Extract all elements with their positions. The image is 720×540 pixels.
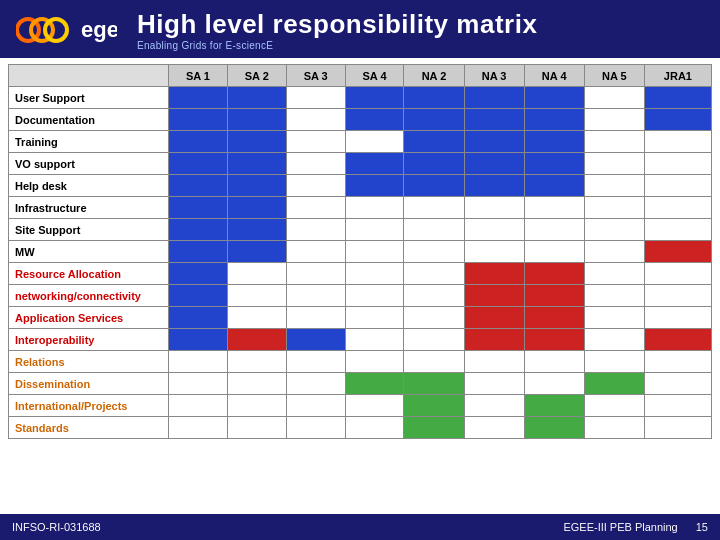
- matrix-cell: [584, 307, 644, 329]
- matrix-cell: [345, 109, 404, 131]
- matrix-cell: [169, 285, 228, 307]
- row-label: Relations: [9, 351, 169, 373]
- table-row: VO support: [9, 153, 712, 175]
- matrix-cell: [345, 285, 404, 307]
- matrix-cell: [169, 329, 228, 351]
- matrix-cell: [227, 263, 286, 285]
- row-label: Dissemination: [9, 373, 169, 395]
- table-header-row: SA 1 SA 2 SA 3 SA 4 NA 2 NA 3 NA 4 NA 5 …: [9, 65, 712, 87]
- footer-page-num: 15: [696, 521, 708, 533]
- matrix-cell: [345, 131, 404, 153]
- matrix-cell: [404, 329, 464, 351]
- matrix-cell: [286, 285, 345, 307]
- title-block: High level responsibility matrix Enablin…: [117, 9, 704, 51]
- matrix-cell: [169, 373, 228, 395]
- matrix-cell: [464, 197, 524, 219]
- footer-left: INFSO-RI-031688: [12, 521, 101, 533]
- matrix-cell: [644, 175, 711, 197]
- header-jra1: JRA1: [644, 65, 711, 87]
- matrix-cell: [464, 351, 524, 373]
- header-label-col: [9, 65, 169, 87]
- matrix-cell: [524, 329, 584, 351]
- row-label: Infrastructure: [9, 197, 169, 219]
- matrix-cell: [524, 131, 584, 153]
- matrix-cell: [227, 219, 286, 241]
- svg-text:egee: egee: [81, 17, 117, 42]
- matrix-cell: [227, 241, 286, 263]
- matrix-cell: [584, 219, 644, 241]
- responsibility-matrix: SA 1 SA 2 SA 3 SA 4 NA 2 NA 3 NA 4 NA 5 …: [8, 64, 712, 439]
- row-label: Help desk: [9, 175, 169, 197]
- header-na2: NA 2: [404, 65, 464, 87]
- matrix-cell: [644, 417, 711, 439]
- matrix-cell: [286, 219, 345, 241]
- matrix-cell: [404, 219, 464, 241]
- row-label: Standards: [9, 417, 169, 439]
- matrix-cell: [169, 109, 228, 131]
- matrix-cell: [169, 417, 228, 439]
- table-row: Infrastructure: [9, 197, 712, 219]
- matrix-cell: [404, 417, 464, 439]
- matrix-cell: [404, 395, 464, 417]
- matrix-cell: [524, 153, 584, 175]
- matrix-cell: [644, 329, 711, 351]
- matrix-cell: [584, 87, 644, 109]
- matrix-cell: [227, 175, 286, 197]
- matrix-cell: [464, 87, 524, 109]
- matrix-cell: [169, 131, 228, 153]
- matrix-cell: [345, 175, 404, 197]
- row-label: Site Support: [9, 219, 169, 241]
- matrix-cell: [404, 109, 464, 131]
- matrix-cell: [345, 307, 404, 329]
- matrix-cell: [644, 263, 711, 285]
- matrix-cell: [345, 395, 404, 417]
- matrix-cell: [524, 109, 584, 131]
- table-row: Interoperability: [9, 329, 712, 351]
- matrix-cell: [227, 197, 286, 219]
- matrix-cell: [169, 219, 228, 241]
- logo-area: egee: [16, 9, 117, 51]
- matrix-cell: [169, 395, 228, 417]
- table-row: Application Services: [9, 307, 712, 329]
- row-label: MW: [9, 241, 169, 263]
- matrix-cell: [524, 373, 584, 395]
- matrix-cell: [524, 285, 584, 307]
- footer-planning-label: EGEE-III PEB Planning: [563, 521, 677, 533]
- matrix-cell: [227, 329, 286, 351]
- row-label: Training: [9, 131, 169, 153]
- matrix-cell: [345, 351, 404, 373]
- matrix-cell: [286, 109, 345, 131]
- table-row: MW: [9, 241, 712, 263]
- row-label: International/Projects: [9, 395, 169, 417]
- matrix-cell: [464, 395, 524, 417]
- matrix-cell: [345, 87, 404, 109]
- matrix-cell: [227, 131, 286, 153]
- matrix-cell: [644, 351, 711, 373]
- table-row: Resource Allocation: [9, 263, 712, 285]
- matrix-cell: [286, 263, 345, 285]
- matrix-cell: [404, 307, 464, 329]
- matrix-cell: [169, 241, 228, 263]
- matrix-cell: [464, 329, 524, 351]
- table-row: Dissemination: [9, 373, 712, 395]
- matrix-cell: [169, 175, 228, 197]
- matrix-cell: [169, 307, 228, 329]
- row-label: Interoperability: [9, 329, 169, 351]
- matrix-cell: [227, 87, 286, 109]
- matrix-cell: [644, 373, 711, 395]
- matrix-cell: [644, 307, 711, 329]
- matrix-cell: [644, 109, 711, 131]
- matrix-cell: [464, 219, 524, 241]
- matrix-cell: [584, 197, 644, 219]
- matrix-cell: [404, 373, 464, 395]
- table-row: Help desk: [9, 175, 712, 197]
- egee-logo: [16, 9, 76, 51]
- matrix-cell: [524, 351, 584, 373]
- matrix-cell: [464, 241, 524, 263]
- matrix-cell: [644, 153, 711, 175]
- matrix-cell: [584, 285, 644, 307]
- row-label: VO support: [9, 153, 169, 175]
- matrix-cell: [584, 417, 644, 439]
- matrix-cell: [169, 263, 228, 285]
- matrix-cell: [286, 197, 345, 219]
